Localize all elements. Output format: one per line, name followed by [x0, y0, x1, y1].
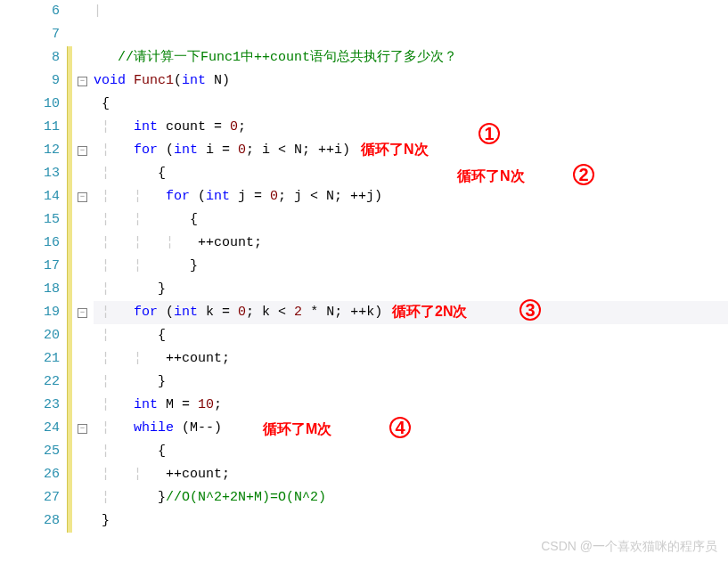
code-content[interactable]: | //请计算一下Func1中++count语句总共执行了多少次？ void F… [94, 0, 728, 562]
line-number: 7 [0, 23, 60, 46]
number: 0 [230, 119, 238, 134]
keyword-void: void [94, 73, 126, 88]
code-line: ¦ { [94, 440, 728, 463]
keyword-int: int [174, 143, 198, 158]
comment: //请计算一下Func1中++count语句总共执行了多少次？ [118, 50, 457, 65]
line-number: 28 [0, 509, 60, 533]
code-line: ¦ ¦ } [94, 255, 728, 278]
line-number: 26 [0, 463, 60, 486]
code-line: ¦ ¦ { [94, 208, 728, 232]
keyword-int: int [134, 119, 158, 134]
code-line: | [94, 0, 728, 23]
fold-toggle[interactable]: − [78, 77, 87, 86]
keyword-int: int [206, 189, 230, 204]
code-line: { [94, 93, 728, 116]
line-number: 19 [0, 301, 60, 324]
code-editor: 6 7 8 9 10 11 12 13 14 15 16 17 18 19 20… [0, 0, 728, 562]
line-number: 16 [0, 232, 60, 255]
line-number: 10 [0, 93, 60, 116]
keyword-for: for [134, 143, 158, 158]
code-line: ¦ ¦ ++count; [94, 463, 728, 486]
code-line: ¦ int M = 10; [94, 394, 728, 417]
annotation-text: 循环了N次 [457, 167, 525, 186]
line-number: 14 [0, 185, 60, 208]
code-text: k = [198, 305, 238, 320]
annotation-text: 循环了N次 [361, 141, 429, 159]
fold-toggle[interactable]: − [78, 308, 87, 318]
annotation-text: 循环了2N次 [392, 303, 467, 322]
fold-toggle[interactable]: − [78, 146, 87, 156]
watermark: CSDN @一个喜欢猫咪的程序员 [541, 539, 717, 555]
statement: ++count; [166, 351, 230, 366]
line-number: 23 [0, 394, 60, 417]
code-text: ; [238, 119, 246, 134]
number: 0 [238, 305, 246, 320]
line-number: 25 [0, 440, 60, 463]
line-number: 22 [0, 371, 60, 394]
line-number-gutter: 6 7 8 9 10 11 12 13 14 15 16 17 18 19 20… [0, 0, 67, 562]
param: N) [206, 73, 230, 88]
annotation-number: 2 [573, 164, 594, 185]
statement: ++count; [166, 467, 230, 482]
fold-column: − − − − − [76, 0, 94, 562]
function-name: Func1 [134, 73, 174, 88]
code-text: ( [190, 189, 206, 204]
code-line: ¦ { [94, 162, 728, 185]
keyword-int: int [174, 305, 198, 320]
number: 10 [198, 397, 214, 412]
line-number: 12 [0, 139, 60, 162]
comment: //O(N^2+2N+M)=O(N^2) [166, 490, 326, 505]
line-number: 27 [0, 486, 60, 509]
code-line [94, 23, 728, 46]
keyword-while: while [134, 420, 174, 436]
keyword-int: int [134, 397, 158, 412]
annotation-number: 1 [479, 123, 500, 144]
code-line: ¦ ¦ for (int j = 0; j < N; ++j) [94, 185, 728, 208]
code-text: M = [158, 397, 198, 412]
line-number: 20 [0, 324, 60, 347]
line-number: 21 [0, 347, 60, 371]
fold-toggle[interactable]: − [78, 424, 87, 434]
keyword-for: for [166, 189, 190, 204]
code-line: } [94, 509, 728, 533]
code-line: ¦ } [94, 371, 728, 394]
number: 0 [270, 189, 278, 204]
code-text: ( [158, 143, 174, 158]
code-line: //请计算一下Func1中++count语句总共执行了多少次？ [94, 46, 728, 69]
code-text: ; j < N; ++j) [278, 189, 382, 204]
code-line: ¦ while (M--) [94, 417, 728, 440]
number: 0 [238, 143, 246, 158]
line-number: 11 [0, 116, 60, 139]
line-number: 13 [0, 162, 60, 185]
code-text: (M--) [174, 420, 222, 436]
annotation-text: 循环了M次 [263, 420, 331, 439]
code-text: count = [158, 119, 230, 134]
number: 2 [294, 305, 302, 320]
change-bar [67, 46, 72, 533]
code-line: ¦ } [94, 278, 728, 301]
line-number: 24 [0, 417, 60, 440]
code-text: * N; ++k) [302, 305, 382, 320]
line-number: 17 [0, 255, 60, 278]
code-line: ¦ int count = 0; [94, 116, 728, 139]
fold-toggle[interactable]: − [78, 192, 87, 202]
line-number: 18 [0, 278, 60, 301]
code-text: ; k < [246, 305, 294, 320]
keyword-for: for [134, 305, 158, 320]
code-text: ; i < N; ++i) [246, 143, 350, 158]
code-line: ¦ ¦ ++count; [94, 347, 728, 371]
line-number: 15 [0, 208, 60, 232]
annotation-number: 3 [519, 299, 541, 321]
code-text: ( [158, 305, 174, 320]
code-text: i = [198, 143, 238, 158]
annotation-number: 4 [389, 417, 411, 438]
code-line: ¦ ¦ ¦ ++count; [94, 232, 728, 255]
keyword-int: int [182, 73, 206, 88]
statement: ++count; [198, 235, 262, 250]
line-number: 6 [0, 0, 60, 23]
line-number: 9 [0, 69, 60, 93]
code-text: j = [230, 189, 270, 204]
code-line: ¦ }//O(N^2+2N+M)=O(N^2) [94, 486, 728, 509]
code-text: ; [214, 397, 222, 412]
code-line: ¦ { [94, 324, 728, 347]
